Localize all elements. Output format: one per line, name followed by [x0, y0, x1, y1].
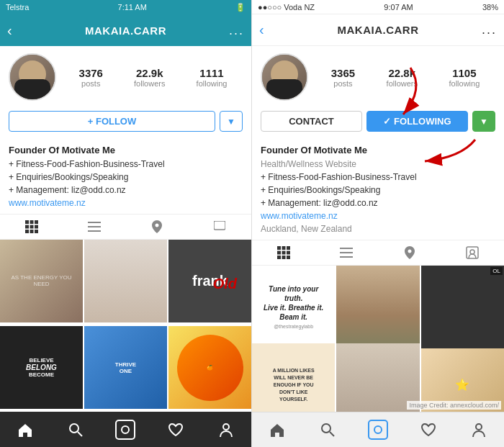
dropdown-button[interactable]: ▼ [220, 111, 243, 132]
grid-cell-2[interactable] [84, 240, 167, 322]
tab-grid-right[interactable] [252, 246, 315, 259]
stat-followers-left[interactable]: 22.9k followers [134, 67, 165, 88]
bio-line-2-right: + Enquiries/Bookings/Speaking [261, 184, 495, 197]
image-credit: Image Credit: annexcloud.com/ [407, 401, 501, 410]
tab-list-right[interactable] [315, 246, 379, 259]
tab-location-left[interactable] [126, 220, 189, 233]
svg-rect-3 [25, 225, 29, 228]
svg-rect-4 [30, 225, 33, 228]
back-button-left[interactable]: ‹ [7, 22, 12, 39]
svg-rect-20 [277, 250, 281, 254]
followers-label-left: followers [134, 79, 165, 88]
avatar-body [14, 79, 50, 99]
stat-following-left[interactable]: 1111 following [197, 67, 228, 88]
grid-cell-r3[interactable]: OL [421, 266, 504, 348]
bio-line-3-left: + Management: liz@odd.co.nz [9, 184, 243, 197]
home-button-right[interactable] [252, 417, 302, 443]
heart-button-left[interactable] [150, 416, 201, 443]
svg-rect-29 [467, 247, 478, 258]
grid-cell-r1[interactable]: Tune into your truth.Live it. Breathe it… [252, 266, 335, 348]
bottom-nav-right [252, 412, 504, 447]
battery-right: 38% [482, 3, 498, 12]
profile-button-right[interactable] [454, 417, 504, 443]
posts-label-right: posts [333, 79, 352, 88]
search-button-right[interactable] [302, 417, 353, 443]
grid-cell-r4[interactable]: A MILLION LIKESWILL NEVER BEENOUGH IF YO… [252, 343, 335, 412]
tab-tagged-right[interactable] [441, 246, 505, 259]
battery-left: 🔋 [235, 3, 246, 12]
tab-bar-right [252, 240, 504, 266]
tab-grid-left[interactable] [0, 220, 63, 233]
stat-following-right[interactable]: 1105 following [449, 67, 480, 88]
svg-rect-10 [88, 226, 101, 227]
avatar-right [261, 53, 308, 101]
svg-rect-19 [287, 246, 290, 250]
nav-title-left: MAKAIA.CARR [85, 24, 166, 37]
green-dropdown-button[interactable]: ▼ [472, 111, 495, 132]
bio-link-right[interactable]: www.motivateme.nz [261, 209, 495, 222]
nav-bar-right: ‹ MAKAIA.CARR ... [252, 14, 504, 46]
grid-cell-5[interactable]: THRIVEONE [84, 326, 167, 409]
carrier-left: Telstra [6, 3, 29, 12]
status-bar-right: ●●○○○ Voda NZ 9:07 AM 38% [252, 0, 504, 14]
camera-button-right[interactable] [353, 417, 403, 443]
stat-posts-right[interactable]: 3365 posts [331, 67, 355, 88]
tab-list-left[interactable] [63, 220, 125, 233]
grid-cell-3[interactable]: frank [168, 240, 251, 322]
posts-count-left: 3376 [79, 67, 103, 79]
tab-bar-left [0, 214, 251, 240]
svg-rect-9 [88, 222, 101, 223]
svg-line-32 [330, 432, 334, 436]
svg-rect-25 [287, 256, 290, 259]
camera-button-left[interactable] [101, 416, 151, 443]
tab-profile-left[interactable] [189, 220, 251, 233]
nav-title-right: MAKAIA.CARR [338, 24, 419, 36]
time-left: 7:11 AM [118, 3, 147, 12]
phone-right: ●●○○○ Voda NZ 9:07 AM 38% ‹ MAKAIA.CARR … [252, 0, 504, 447]
time-right: 9:07 AM [384, 3, 413, 12]
svg-rect-17 [277, 246, 281, 250]
svg-rect-24 [282, 256, 285, 259]
svg-rect-22 [287, 250, 290, 254]
more-button-left[interactable]: ... [229, 23, 244, 38]
followers-label-right: followers [387, 79, 418, 88]
status-bar-left: Telstra 7:11 AM 🔋 [0, 0, 251, 14]
posts-label-left: posts [81, 79, 100, 88]
svg-rect-0 [25, 220, 29, 224]
more-button-right[interactable]: ... [482, 22, 497, 37]
home-button-left[interactable] [0, 416, 50, 443]
svg-rect-27 [340, 252, 353, 253]
svg-rect-12 [214, 221, 225, 230]
svg-line-14 [78, 432, 82, 436]
follow-button[interactable]: + FOLLOW [9, 111, 215, 132]
svg-point-33 [476, 424, 482, 430]
location-right: Auckland, New Zealand [261, 222, 495, 235]
grid-cell-1[interactable]: AS THE ENERGY YOU NEED [0, 240, 83, 322]
profile-section-right: 3365 posts 22.8k followers 1105 followin… [252, 46, 504, 143]
old-label: Old [213, 276, 237, 292]
svg-rect-5 [35, 225, 38, 228]
svg-rect-28 [340, 256, 353, 258]
profile-button-left[interactable] [201, 416, 251, 443]
stat-posts-left[interactable]: 3376 posts [79, 67, 103, 88]
tab-location-right[interactable] [378, 246, 441, 259]
following-count-left: 1111 [199, 67, 223, 79]
bio-link-left[interactable]: www.motivateme.nz [9, 197, 243, 209]
stat-followers-right[interactable]: 22.8k followers [387, 67, 418, 88]
bio-line-1-left: + Fitness-Food-Fashion-Business-Travel [9, 158, 243, 171]
grid-cell-6[interactable]: 🍊 [168, 326, 251, 409]
grid-cell-4[interactable]: believe BELONG BECOME [0, 326, 83, 409]
bottom-nav-left [0, 412, 251, 447]
search-button-left[interactable] [50, 416, 101, 443]
contact-button[interactable]: CONTACT [261, 111, 362, 132]
posts-count-right: 3365 [331, 67, 355, 79]
following-button[interactable]: ✓ FOLLOWING [366, 111, 468, 132]
grid-cell-r2[interactable] [336, 266, 419, 348]
profile-top-left: 3376 posts 22.9k followers 1111 followin… [9, 53, 243, 101]
back-button-right[interactable]: ‹ [259, 22, 264, 38]
svg-rect-23 [277, 256, 281, 259]
heart-button-right[interactable] [403, 417, 454, 443]
followers-count-left: 22.9k [136, 67, 163, 79]
bio-section-right: Founder Of Motivate Me Health/Wellness W… [252, 143, 504, 240]
svg-rect-8 [35, 230, 38, 233]
